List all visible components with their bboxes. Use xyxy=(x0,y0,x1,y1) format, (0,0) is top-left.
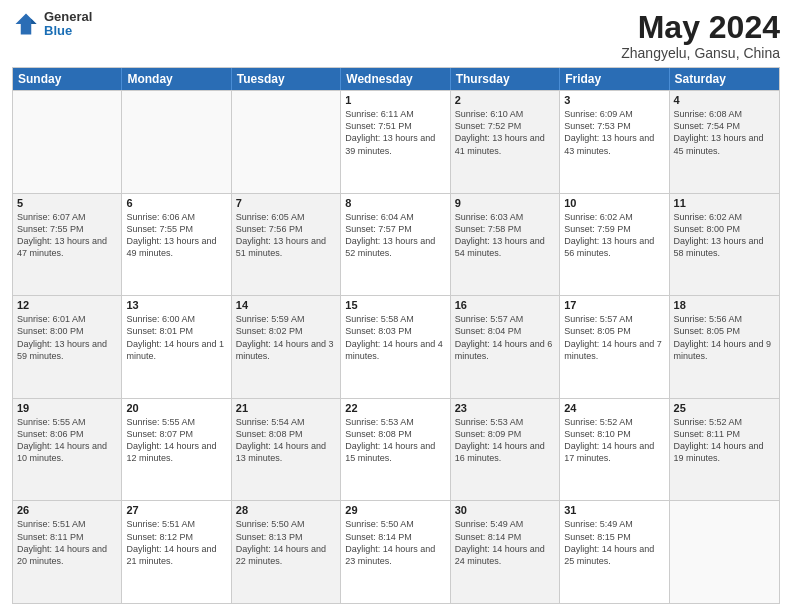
cal-header-monday: Monday xyxy=(122,68,231,90)
cal-cell-day-17: 17Sunrise: 5:57 AM Sunset: 8:05 PM Dayli… xyxy=(560,296,669,398)
cal-cell-day-21: 21Sunrise: 5:54 AM Sunset: 8:08 PM Dayli… xyxy=(232,399,341,501)
day-info: Sunrise: 5:52 AM Sunset: 8:11 PM Dayligh… xyxy=(674,416,775,465)
day-number: 30 xyxy=(455,504,555,516)
cal-cell-day-29: 29Sunrise: 5:50 AM Sunset: 8:14 PM Dayli… xyxy=(341,501,450,603)
day-info: Sunrise: 5:55 AM Sunset: 8:06 PM Dayligh… xyxy=(17,416,117,465)
cal-cell-day-1: 1Sunrise: 6:11 AM Sunset: 7:51 PM Daylig… xyxy=(341,91,450,193)
cal-cell-day-3: 3Sunrise: 6:09 AM Sunset: 7:53 PM Daylig… xyxy=(560,91,669,193)
day-info: Sunrise: 5:52 AM Sunset: 8:10 PM Dayligh… xyxy=(564,416,664,465)
calendar-header-row: SundayMondayTuesdayWednesdayThursdayFrid… xyxy=(13,68,779,90)
day-number: 14 xyxy=(236,299,336,311)
cal-cell-day-7: 7Sunrise: 6:05 AM Sunset: 7:56 PM Daylig… xyxy=(232,194,341,296)
day-info: Sunrise: 6:01 AM Sunset: 8:00 PM Dayligh… xyxy=(17,313,117,362)
day-info: Sunrise: 5:59 AM Sunset: 8:02 PM Dayligh… xyxy=(236,313,336,362)
page-title: May 2024 xyxy=(621,10,780,45)
day-info: Sunrise: 5:50 AM Sunset: 8:14 PM Dayligh… xyxy=(345,518,445,567)
day-number: 1 xyxy=(345,94,445,106)
day-number: 22 xyxy=(345,402,445,414)
cal-cell-day-19: 19Sunrise: 5:55 AM Sunset: 8:06 PM Dayli… xyxy=(13,399,122,501)
day-info: Sunrise: 6:07 AM Sunset: 7:55 PM Dayligh… xyxy=(17,211,117,260)
day-number: 5 xyxy=(17,197,117,209)
logo-blue: Blue xyxy=(44,24,92,38)
cal-cell-empty xyxy=(122,91,231,193)
day-number: 23 xyxy=(455,402,555,414)
day-number: 16 xyxy=(455,299,555,311)
cal-header-sunday: Sunday xyxy=(13,68,122,90)
day-info: Sunrise: 5:57 AM Sunset: 8:04 PM Dayligh… xyxy=(455,313,555,362)
day-info: Sunrise: 6:00 AM Sunset: 8:01 PM Dayligh… xyxy=(126,313,226,362)
cal-week-1: 1Sunrise: 6:11 AM Sunset: 7:51 PM Daylig… xyxy=(13,90,779,193)
cal-cell-day-16: 16Sunrise: 5:57 AM Sunset: 8:04 PM Dayli… xyxy=(451,296,560,398)
cal-cell-day-25: 25Sunrise: 5:52 AM Sunset: 8:11 PM Dayli… xyxy=(670,399,779,501)
cal-cell-day-2: 2Sunrise: 6:10 AM Sunset: 7:52 PM Daylig… xyxy=(451,91,560,193)
cal-cell-day-20: 20Sunrise: 5:55 AM Sunset: 8:07 PM Dayli… xyxy=(122,399,231,501)
day-info: Sunrise: 6:08 AM Sunset: 7:54 PM Dayligh… xyxy=(674,108,775,157)
cal-header-wednesday: Wednesday xyxy=(341,68,450,90)
cal-cell-day-12: 12Sunrise: 6:01 AM Sunset: 8:00 PM Dayli… xyxy=(13,296,122,398)
day-info: Sunrise: 5:50 AM Sunset: 8:13 PM Dayligh… xyxy=(236,518,336,567)
logo-text: General Blue xyxy=(44,10,92,39)
day-info: Sunrise: 6:09 AM Sunset: 7:53 PM Dayligh… xyxy=(564,108,664,157)
day-info: Sunrise: 5:53 AM Sunset: 8:08 PM Dayligh… xyxy=(345,416,445,465)
day-info: Sunrise: 5:49 AM Sunset: 8:15 PM Dayligh… xyxy=(564,518,664,567)
cal-cell-day-15: 15Sunrise: 5:58 AM Sunset: 8:03 PM Dayli… xyxy=(341,296,450,398)
day-number: 19 xyxy=(17,402,117,414)
cal-cell-day-30: 30Sunrise: 5:49 AM Sunset: 8:14 PM Dayli… xyxy=(451,501,560,603)
cal-cell-day-28: 28Sunrise: 5:50 AM Sunset: 8:13 PM Dayli… xyxy=(232,501,341,603)
cal-cell-day-13: 13Sunrise: 6:00 AM Sunset: 8:01 PM Dayli… xyxy=(122,296,231,398)
day-number: 26 xyxy=(17,504,117,516)
day-info: Sunrise: 5:53 AM Sunset: 8:09 PM Dayligh… xyxy=(455,416,555,465)
day-info: Sunrise: 5:56 AM Sunset: 8:05 PM Dayligh… xyxy=(674,313,775,362)
day-info: Sunrise: 6:05 AM Sunset: 7:56 PM Dayligh… xyxy=(236,211,336,260)
day-info: Sunrise: 6:11 AM Sunset: 7:51 PM Dayligh… xyxy=(345,108,445,157)
cal-cell-day-6: 6Sunrise: 6:06 AM Sunset: 7:55 PM Daylig… xyxy=(122,194,231,296)
day-info: Sunrise: 6:02 AM Sunset: 8:00 PM Dayligh… xyxy=(674,211,775,260)
cal-week-5: 26Sunrise: 5:51 AM Sunset: 8:11 PM Dayli… xyxy=(13,500,779,603)
day-number: 21 xyxy=(236,402,336,414)
logo-icon xyxy=(12,10,40,38)
day-number: 2 xyxy=(455,94,555,106)
page: General Blue May 2024 Zhangyelu, Gansu, … xyxy=(0,0,792,612)
day-info: Sunrise: 5:55 AM Sunset: 8:07 PM Dayligh… xyxy=(126,416,226,465)
day-number: 9 xyxy=(455,197,555,209)
day-info: Sunrise: 6:04 AM Sunset: 7:57 PM Dayligh… xyxy=(345,211,445,260)
day-info: Sunrise: 6:03 AM Sunset: 7:58 PM Dayligh… xyxy=(455,211,555,260)
cal-cell-day-24: 24Sunrise: 5:52 AM Sunset: 8:10 PM Dayli… xyxy=(560,399,669,501)
cal-cell-day-4: 4Sunrise: 6:08 AM Sunset: 7:54 PM Daylig… xyxy=(670,91,779,193)
day-number: 27 xyxy=(126,504,226,516)
cal-cell-day-5: 5Sunrise: 6:07 AM Sunset: 7:55 PM Daylig… xyxy=(13,194,122,296)
cal-header-saturday: Saturday xyxy=(670,68,779,90)
cal-cell-empty xyxy=(670,501,779,603)
day-info: Sunrise: 6:02 AM Sunset: 7:59 PM Dayligh… xyxy=(564,211,664,260)
cal-header-friday: Friday xyxy=(560,68,669,90)
day-number: 25 xyxy=(674,402,775,414)
calendar-body: 1Sunrise: 6:11 AM Sunset: 7:51 PM Daylig… xyxy=(13,90,779,603)
calendar: SundayMondayTuesdayWednesdayThursdayFrid… xyxy=(12,67,780,604)
day-number: 24 xyxy=(564,402,664,414)
day-number: 17 xyxy=(564,299,664,311)
cal-cell-empty xyxy=(13,91,122,193)
cal-cell-day-23: 23Sunrise: 5:53 AM Sunset: 8:09 PM Dayli… xyxy=(451,399,560,501)
cal-cell-day-18: 18Sunrise: 5:56 AM Sunset: 8:05 PM Dayli… xyxy=(670,296,779,398)
cal-cell-day-22: 22Sunrise: 5:53 AM Sunset: 8:08 PM Dayli… xyxy=(341,399,450,501)
day-number: 28 xyxy=(236,504,336,516)
cal-cell-day-8: 8Sunrise: 6:04 AM Sunset: 7:57 PM Daylig… xyxy=(341,194,450,296)
day-info: Sunrise: 5:51 AM Sunset: 8:12 PM Dayligh… xyxy=(126,518,226,567)
cal-cell-day-27: 27Sunrise: 5:51 AM Sunset: 8:12 PM Dayli… xyxy=(122,501,231,603)
header: General Blue May 2024 Zhangyelu, Gansu, … xyxy=(12,10,780,61)
day-info: Sunrise: 5:57 AM Sunset: 8:05 PM Dayligh… xyxy=(564,313,664,362)
day-info: Sunrise: 6:06 AM Sunset: 7:55 PM Dayligh… xyxy=(126,211,226,260)
cal-cell-empty xyxy=(232,91,341,193)
cal-header-thursday: Thursday xyxy=(451,68,560,90)
cal-cell-day-14: 14Sunrise: 5:59 AM Sunset: 8:02 PM Dayli… xyxy=(232,296,341,398)
day-number: 7 xyxy=(236,197,336,209)
day-number: 31 xyxy=(564,504,664,516)
svg-marker-1 xyxy=(31,19,36,24)
day-number: 3 xyxy=(564,94,664,106)
day-number: 10 xyxy=(564,197,664,209)
day-number: 8 xyxy=(345,197,445,209)
cal-cell-day-26: 26Sunrise: 5:51 AM Sunset: 8:11 PM Dayli… xyxy=(13,501,122,603)
day-number: 12 xyxy=(17,299,117,311)
cal-week-4: 19Sunrise: 5:55 AM Sunset: 8:06 PM Dayli… xyxy=(13,398,779,501)
logo-general: General xyxy=(44,10,92,24)
